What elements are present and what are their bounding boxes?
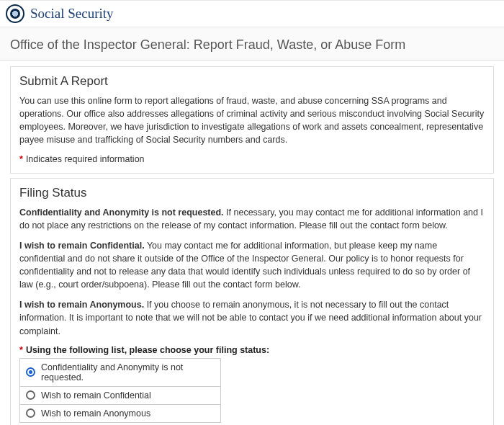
filing-option-label: Wish to remain Anonymous — [41, 408, 150, 419]
radio-icon — [26, 367, 35, 377]
filing-opt3-desc: I wish to remain Anonymous. If you choos… — [19, 298, 485, 337]
required-asterisk: * — [19, 345, 23, 355]
submit-report-panel: Submit A Report You can use this online … — [10, 66, 494, 174]
filing-status-prompt-text: Using the following list, please choose … — [26, 345, 269, 355]
filing-option-label: Confidentiality and Anonymity is not req… — [41, 362, 215, 382]
page-title-band: Office of the Inspector General: Report … — [0, 27, 504, 61]
required-note: *Indicates required information — [19, 154, 485, 164]
required-asterisk: * — [19, 154, 23, 164]
filing-opt3-label: I wish to remain Anonymous. — [19, 300, 144, 310]
radio-icon — [26, 390, 35, 400]
filing-status-panel: Filing Status Confidentiality and Anonym… — [10, 178, 494, 426]
brand-title: Social Security — [30, 6, 114, 22]
filing-status-heading: Filing Status — [19, 186, 485, 200]
required-note-text: Indicates required information — [26, 154, 145, 164]
filing-opt1-label: Confidentiality and Anonymity is not req… — [19, 207, 224, 218]
filing-option-label: Wish to remain Confidential — [41, 390, 151, 401]
radio-icon — [26, 408, 35, 418]
filing-status-radio-group: Confidentiality and Anonymity is not req… — [19, 358, 221, 423]
topbar: Social Security — [0, 0, 504, 27]
page-title: Office of the Inspector General: Report … — [10, 37, 494, 53]
filing-opt2-label: I wish to remain Confidential. — [19, 241, 145, 251]
filing-status-prompt: *Using the following list, please choose… — [19, 345, 485, 355]
filing-option-anonymous[interactable]: Wish to remain Anonymous — [20, 405, 220, 422]
filing-opt2-desc: I wish to remain Confidential. You may c… — [19, 239, 485, 292]
filing-option-not-requested[interactable]: Confidentiality and Anonymity is not req… — [20, 359, 220, 387]
submit-report-heading: Submit A Report — [19, 74, 485, 89]
ssa-seal-icon — [6, 4, 24, 23]
filing-option-confidential[interactable]: Wish to remain Confidential — [20, 387, 220, 405]
submit-report-body: You can use this online form to report a… — [19, 94, 485, 147]
filing-opt1-desc: Confidentiality and Anonymity is not req… — [19, 206, 485, 232]
